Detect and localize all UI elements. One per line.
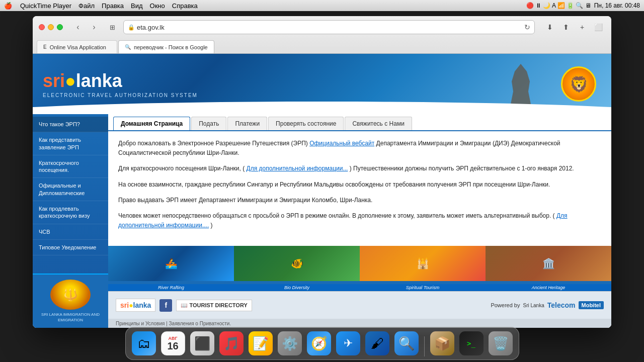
menu-edit[interactable]: Правка bbox=[102, 2, 124, 10]
dock-finder[interactable]: 🗂 bbox=[131, 330, 157, 356]
tab-2[interactable]: 🔍 переводчик - Поиск в Google bbox=[118, 40, 214, 53]
dock-inkscape[interactable]: 🖌 bbox=[364, 330, 390, 356]
date-time: Пн, 16 авг. 00:48 bbox=[594, 2, 640, 9]
url-text: eta.gov.lk bbox=[137, 24, 522, 31]
share-button[interactable]: ⬆ bbox=[559, 20, 573, 34]
browser-chrome: ‹ › ⊞ 🔒 eta.gov.lk ↻ ⬇ ⬆ + ⬜ E Online Vi… bbox=[33, 16, 611, 54]
dock-divider bbox=[424, 336, 425, 356]
powered-by-text: Powered by bbox=[491, 302, 520, 308]
status-icons: 🔴 ⏸ 🌙 A 📶 🔋 🔍 🖥 bbox=[526, 2, 591, 9]
tab-1[interactable]: E Online Visa Application bbox=[37, 40, 117, 53]
more-info-link-1[interactable]: Для дополнительной информации... bbox=[247, 165, 348, 172]
footer-right: Powered by Sri Lanka Telecom Mobitel bbox=[491, 301, 604, 309]
footer-srilanka-logo: sri●lanka bbox=[116, 299, 155, 312]
eta-logo: sri●lanka bbox=[43, 70, 198, 92]
dock-telegram[interactable]: ✈ bbox=[335, 330, 361, 356]
browser-window: ‹ › ⊞ 🔒 eta.gov.lk ↻ ⬇ ⬆ + ⬜ E Online Vi… bbox=[33, 16, 611, 328]
eta-photo-strip: 🚣 River Rafting 🐠 Bio Diversity bbox=[108, 246, 611, 291]
new-tab-button[interactable]: + bbox=[575, 20, 589, 34]
address-bar[interactable]: 🔒 eta.gov.lk ↻ bbox=[123, 20, 535, 34]
back-button[interactable]: ‹ bbox=[71, 20, 85, 34]
eta-header: sri●lanka ELECTRONIC TRAVEL AUTHORIZATIO… bbox=[33, 54, 611, 114]
biodiv-image: 🐠 bbox=[234, 246, 360, 281]
dock-music[interactable]: 🎵 bbox=[218, 330, 245, 356]
webpage-content: sri●lanka ELECTRONIC TRAVEL AUTHORIZATIO… bbox=[33, 54, 611, 328]
system-prefs-icon: ⚙️ bbox=[278, 331, 302, 355]
download-button[interactable]: ⬇ bbox=[543, 20, 557, 34]
title-bar: ‹ › ⊞ 🔒 eta.gov.lk ↻ ⬇ ⬆ + ⬜ bbox=[33, 16, 611, 38]
eta-website: sri●lanka ELECTRONIC TRAVEL AUTHORIZATIO… bbox=[33, 54, 611, 328]
forward-button[interactable]: › bbox=[87, 20, 101, 34]
tab-title-2: переводчик - Поиск в Google bbox=[134, 44, 208, 50]
photo-spiritual: 🕌 Spiritual Tourism bbox=[360, 246, 486, 291]
sidebar-button[interactable]: ⬜ bbox=[591, 20, 605, 34]
dock-launchpad[interactable]: ⬛ bbox=[189, 330, 215, 356]
menu-view[interactable]: Вид bbox=[131, 2, 143, 10]
article-para5: Человек может непосредственно обращаться… bbox=[118, 211, 601, 230]
lock-icon: 🔒 bbox=[128, 24, 135, 31]
photo-biodiversity: 🐠 Bio Diversity bbox=[234, 246, 360, 291]
reload-button[interactable]: ↻ bbox=[524, 23, 530, 31]
tab-favicon-2: 🔍 bbox=[125, 44, 131, 50]
article-para4: Право выдавать ЭРП имеет Департамент Имм… bbox=[118, 196, 601, 205]
sidebar-item-4[interactable]: Как продлевать краткосрочную визу bbox=[33, 201, 108, 224]
spiritual-caption: Spiritual Tourism bbox=[360, 284, 486, 291]
sidebar-item-2[interactable]: Краткосрочного посещения. bbox=[33, 155, 108, 178]
official-website-link[interactable]: Официальный вебсайт bbox=[309, 140, 374, 147]
nav-tab-home[interactable]: Домашняя Страница bbox=[113, 117, 190, 130]
minimize-button[interactable] bbox=[48, 24, 54, 30]
photo-scenic: 🏛️ Ancient Heritage bbox=[486, 246, 611, 291]
traffic-lights bbox=[39, 24, 63, 30]
browser-tabs: E Online Visa Application 🔍 переводчик -… bbox=[33, 38, 611, 53]
dock-trash[interactable]: 🗑️ bbox=[488, 330, 514, 356]
dock-archive[interactable]: 📦 bbox=[429, 330, 455, 356]
rafting-image: 🚣 bbox=[108, 246, 234, 281]
nav-tab-apply[interactable]: Подать bbox=[191, 117, 226, 130]
menu-help[interactable]: Справка bbox=[172, 2, 198, 10]
dock-search-app[interactable]: 🔍 bbox=[393, 330, 420, 356]
mobitel-logo: Mobitel bbox=[579, 301, 604, 309]
notes-icon: 📝 bbox=[249, 331, 273, 355]
telegram-icon: ✈ bbox=[336, 331, 360, 355]
dock-calendar[interactable]: АВГ 16 bbox=[160, 330, 186, 356]
archive-icon: 📦 bbox=[430, 331, 454, 355]
inkscape-icon: 🖌 bbox=[365, 331, 389, 355]
close-button[interactable] bbox=[39, 24, 45, 30]
nav-tab-check[interactable]: Проверять состояние bbox=[268, 117, 344, 130]
dock-terminal[interactable]: >_ bbox=[458, 330, 485, 356]
sidebar-item-3[interactable]: Официальные и Дипломатические bbox=[33, 178, 108, 201]
menu-bar: 🍎 QuickTime Player Файл Правка Вид Окно … bbox=[0, 0, 644, 11]
immigration-emblem: 🔱 bbox=[50, 280, 91, 310]
nav-tab-contact[interactable]: Свяжитесь с Нами bbox=[345, 117, 412, 130]
telecom-logo: Telecom bbox=[547, 301, 576, 309]
sidebar-item-5[interactable]: ЧСВ bbox=[33, 224, 108, 240]
sidebar-item-0[interactable]: Что такое ЭРП? bbox=[33, 117, 108, 132]
sidebar-item-1[interactable]: Как представить заявление ЭРП bbox=[33, 132, 108, 155]
apple-menu[interactable]: 🍎 bbox=[4, 2, 12, 10]
dock-safari[interactable]: 🧭 bbox=[306, 330, 332, 356]
sidebar-toggle-button[interactable]: ⊞ bbox=[105, 20, 119, 34]
music-icon: 🎵 bbox=[219, 331, 244, 355]
menu-window[interactable]: Окно bbox=[150, 2, 165, 10]
article-para3: На основе взаимности, граждане республик… bbox=[118, 180, 601, 190]
nav-tab-payments[interactable]: Платежи bbox=[227, 117, 267, 130]
dock: 🗂 АВГ 16 ⬛ 🎵 📝 ⚙️ 🧭 ✈ 🖌 bbox=[125, 327, 519, 360]
trash-icon: 🗑️ bbox=[489, 331, 513, 355]
dock-notes[interactable]: 📝 bbox=[248, 330, 274, 356]
sidebar-item-6[interactable]: Типовое Уведомление bbox=[33, 240, 108, 255]
safari-icon: 🧭 bbox=[307, 331, 331, 355]
sidebar-nav: Что такое ЭРП? Как представить заявление… bbox=[33, 114, 108, 274]
eta-footer: sri●lanka f 📖 TOURIST DIRECTORY Powered … bbox=[108, 291, 611, 319]
terminal-icon: >_ bbox=[459, 331, 484, 355]
eta-content-area: Домашняя Страница Подать Платежи Проверя… bbox=[108, 114, 611, 328]
maximize-button[interactable] bbox=[57, 24, 63, 30]
facebook-link[interactable]: f bbox=[159, 299, 172, 312]
calendar-icon: АВГ 16 bbox=[161, 331, 185, 355]
dock-system-prefs[interactable]: ⚙️ bbox=[277, 330, 303, 356]
scenic-image: 🏛️ bbox=[486, 246, 611, 281]
article-para2: Для краткосрочного посещения Шри-Ланки, … bbox=[118, 164, 601, 173]
tourist-directory: 📖 TOURIST DIRECTORY bbox=[176, 300, 252, 311]
scenic-caption: Ancient Heritage bbox=[486, 284, 611, 291]
menu-file[interactable]: Файл bbox=[78, 2, 95, 10]
spiritual-image: 🕌 bbox=[360, 246, 486, 281]
